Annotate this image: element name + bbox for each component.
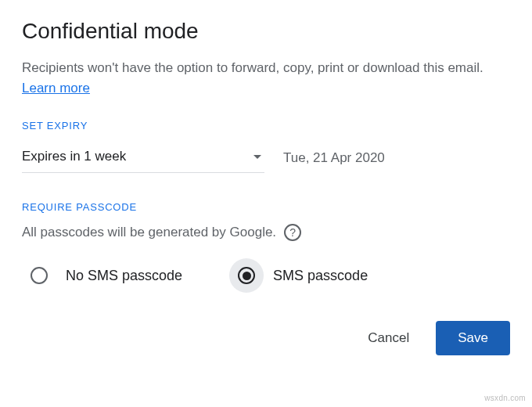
- passcode-description: All passcodes will be generated by Googl…: [22, 225, 276, 240]
- radio-sms-passcode[interactable]: SMS passcode: [229, 258, 368, 293]
- set-expiry-label: SET EXPIRY: [22, 120, 510, 131]
- help-icon[interactable]: ?: [284, 224, 301, 241]
- radio-label: No SMS passcode: [66, 268, 182, 284]
- passcode-description-row: All passcodes will be generated by Googl…: [22, 224, 510, 241]
- description-text: Recipients won't have the option to forw…: [22, 60, 483, 75]
- learn-more-link[interactable]: Learn more: [22, 81, 90, 95]
- chevron-down-icon: [253, 155, 261, 159]
- watermark: wsxdn.com: [484, 394, 526, 402]
- save-button[interactable]: Save: [436, 321, 510, 355]
- radio-circle-selected: [238, 267, 255, 284]
- radio-label: SMS passcode: [273, 268, 368, 284]
- expiry-row: Expires in 1 week Tue, 21 Apr 2020: [22, 142, 510, 173]
- radio-button-icon: [22, 258, 56, 293]
- cancel-button[interactable]: Cancel: [354, 322, 423, 354]
- expiry-selected-value: Expires in 1 week: [22, 149, 126, 164]
- dialog-description: Recipients won't have the option to forw…: [22, 58, 510, 98]
- expiry-date: Tue, 21 Apr 2020: [283, 150, 385, 166]
- passcode-radio-group: No SMS passcode SMS passcode: [22, 258, 510, 293]
- dialog-button-row: Cancel Save: [22, 321, 510, 355]
- dialog-title: Confidential mode: [22, 19, 510, 44]
- radio-dot-icon: [243, 272, 251, 280]
- radio-circle-unselected: [31, 267, 48, 284]
- expiry-dropdown[interactable]: Expires in 1 week: [22, 142, 264, 173]
- radio-button-icon: [229, 258, 264, 293]
- radio-no-sms-passcode[interactable]: No SMS passcode: [22, 258, 182, 293]
- require-passcode-label: REQUIRE PASSCODE: [22, 201, 510, 213]
